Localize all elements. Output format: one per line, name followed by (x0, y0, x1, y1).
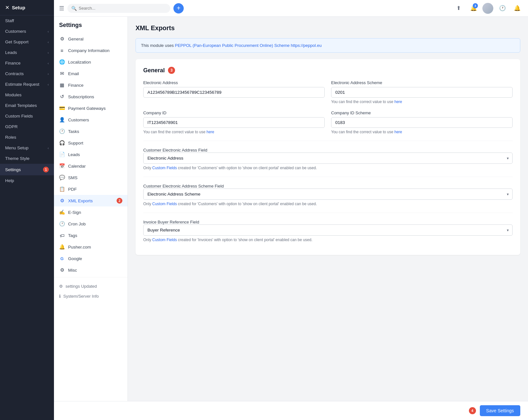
system-server-link[interactable]: ℹ System/Server Info (54, 291, 128, 301)
sidebar-item-theme-style[interactable]: Theme Style (0, 153, 54, 164)
settings-nav: Settings ⚙ General ≡ Company Information… (54, 17, 128, 401)
nav-item-finance[interactable]: ▦ Finance (54, 79, 128, 91)
nav-item-xml-exports[interactable]: ⚙ XML Exports 2 (54, 195, 128, 206)
settings-updated-link[interactable]: ⚙ settings Updated (54, 281, 128, 291)
company-id-scheme-hint: You can find the correct value to use he… (331, 130, 513, 134)
page-content: XML Exports This module uses PEPPOL (Pan… (128, 17, 528, 401)
sidebar-item-finance[interactable]: Finance ‹ (0, 58, 54, 68)
peppol-link[interactable]: PEPPOL (Pan-European Public Procurement … (175, 43, 322, 48)
sidebar-item-label: Menu Setup (5, 145, 29, 150)
sidebar-item-label: Finance (5, 61, 21, 66)
scheme-hint-link[interactable]: here (394, 100, 402, 104)
alert-icon: 🔔 (514, 5, 521, 12)
customers-icon: 👤 (59, 117, 65, 123)
sidebar-item-label: Modules (5, 92, 22, 97)
invoice-buyer-reference-field-note: Only Custom Fields created for 'Invoices… (143, 238, 513, 242)
sidebar-item-label: GDPR (5, 124, 18, 129)
topbar: ☰ 🔍 + ⬆ 🔔 3 🕐 🔔 (54, 0, 528, 17)
sidebar-item-modules[interactable]: Modules (0, 90, 54, 100)
sidebar-item-leads[interactable]: Leads ‹ (0, 47, 54, 58)
nav-item-label: Misc (68, 268, 77, 273)
electronic-address-input[interactable] (143, 87, 325, 98)
alerts-button[interactable]: 🔔 (511, 3, 523, 14)
company-id-scheme-hint-link[interactable]: here (394, 130, 402, 134)
sidebar-item-staff[interactable]: Staff (0, 15, 54, 26)
nav-item-localization[interactable]: 🌐 Localization (54, 56, 128, 68)
search-input[interactable] (79, 6, 166, 11)
sidebar-item-estimate-request[interactable]: Estimate Request ‹ (0, 79, 54, 90)
sidebar-item-custom-fields[interactable]: Custom Fields (0, 111, 54, 121)
sidebar-item-menu-setup[interactable]: Menu Setup ‹ (0, 143, 54, 153)
notifications-button[interactable]: 🔔 3 (468, 3, 479, 14)
nav-item-tags[interactable]: 🏷 Tags (54, 230, 128, 241)
nav-item-company-info[interactable]: ≡ Company Information (54, 45, 128, 56)
nav-item-calendar[interactable]: 📅 Calendar (54, 160, 128, 172)
sidebar-item-gdpr[interactable]: GDPR (0, 121, 54, 132)
nav-item-label: Payment Gateways (68, 106, 106, 111)
clock-icon: 🕐 (499, 5, 506, 12)
company-id-scheme-input[interactable] (331, 117, 513, 128)
nav-item-general[interactable]: ⚙ General (54, 33, 128, 45)
general-icon: ⚙ (59, 36, 65, 42)
add-button[interactable]: + (173, 3, 184, 13)
nav-item-misc[interactable]: ⚙ Misc (54, 264, 128, 276)
company-id-scheme-group: Company ID Scheme You can find the corre… (331, 110, 513, 134)
customer-electronic-address-field-select[interactable]: Electronic Address (143, 153, 513, 164)
sidebar-item-get-support[interactable]: Get Support ‹ (0, 37, 54, 47)
sidebar-header: ✕ Setup (0, 0, 54, 15)
settings-badge: 1 (43, 167, 49, 172)
invoice-buyer-reference-field-select[interactable]: Buyer Reference (143, 224, 513, 236)
nav-item-label: Support (68, 141, 83, 145)
nav-item-label: Google (68, 256, 82, 261)
sidebar-item-label: Estimate Request (5, 82, 40, 87)
nav-item-e-sign[interactable]: ✍ E-Sign (54, 206, 128, 218)
nav-item-label: SMS (68, 175, 77, 180)
sidebar-item-settings[interactable]: Settings 1 (0, 164, 54, 175)
nav-item-email[interactable]: ✉ Email (54, 68, 128, 79)
close-icon[interactable]: ✕ (5, 4, 9, 11)
leads-icon: 📄 (59, 152, 65, 157)
nav-item-pdf[interactable]: 📋 PDF (54, 183, 128, 195)
custom-fields-link-1[interactable]: Custom Fields (152, 166, 177, 170)
sidebar-item-customers[interactable]: Customers ‹ (0, 26, 54, 37)
menu-icon[interactable]: ☰ (59, 5, 64, 12)
custom-fields-link-3[interactable]: Custom Fields (152, 238, 177, 242)
company-icon: ≡ (59, 48, 65, 53)
user-avatar[interactable] (482, 3, 493, 14)
electronic-address-row: Electronic Address Electronic Address Sc… (143, 80, 513, 104)
invoice-buyer-reference-field-label: Invoice Buyer Reference Field (143, 220, 199, 224)
chevron-icon: ‹ (48, 40, 49, 44)
nav-item-label: E-Sign (68, 210, 81, 215)
bottom-bar: 4 Save Settings (54, 401, 528, 420)
nav-item-support[interactable]: 🎧 Support (54, 137, 128, 149)
electronic-address-scheme-input[interactable] (331, 87, 513, 98)
sidebar-item-roles[interactable]: Roles (0, 132, 54, 143)
settings-updated-label: settings Updated (66, 284, 97, 289)
save-settings-button[interactable]: Save Settings (480, 405, 520, 416)
nav-item-subscriptions[interactable]: ↺ Subscriptions (54, 91, 128, 102)
nav-item-leads[interactable]: 📄 Leads (54, 149, 128, 160)
tasks-icon: 🕐 (59, 128, 65, 134)
nav-item-label: Calendar (68, 164, 86, 169)
nav-item-customers[interactable]: 👤 Customers (54, 114, 128, 126)
chevron-icon: ‹ (48, 51, 49, 55)
nav-item-cron-job[interactable]: 🕐 Cron Job (54, 218, 128, 230)
nav-item-google[interactable]: G Google (54, 253, 128, 264)
custom-fields-link-2[interactable]: Custom Fields (152, 202, 177, 206)
nav-item-payment-gateways[interactable]: 💳 Payment Gateways (54, 102, 128, 114)
share-button[interactable]: ⬆ (453, 3, 464, 14)
history-button[interactable]: 🕐 (497, 3, 508, 14)
settings-updated-icon: ⚙ (59, 284, 63, 289)
customer-electronic-address-scheme-field-label: Customer Electronic Address Scheme Field (143, 184, 224, 188)
notification-badge: 3 (473, 3, 478, 8)
nav-item-tasks[interactable]: 🕐 Tasks (54, 126, 128, 137)
company-id-hint-link[interactable]: here (207, 130, 214, 134)
nav-item-pusher[interactable]: 🔔 Pusher.com (54, 241, 128, 253)
company-id-input[interactable] (143, 117, 325, 128)
sidebar-item-contracts[interactable]: Contracts ‹ (0, 68, 54, 79)
nav-item-sms[interactable]: 💬 SMS (54, 172, 128, 183)
sidebar-item-email-templates[interactable]: Email Templates (0, 100, 54, 111)
info-icon: ℹ (59, 294, 61, 299)
customer-electronic-address-scheme-field-select[interactable]: Electronic Address Scheme (143, 188, 513, 200)
sidebar-item-help[interactable]: Help (0, 175, 54, 186)
